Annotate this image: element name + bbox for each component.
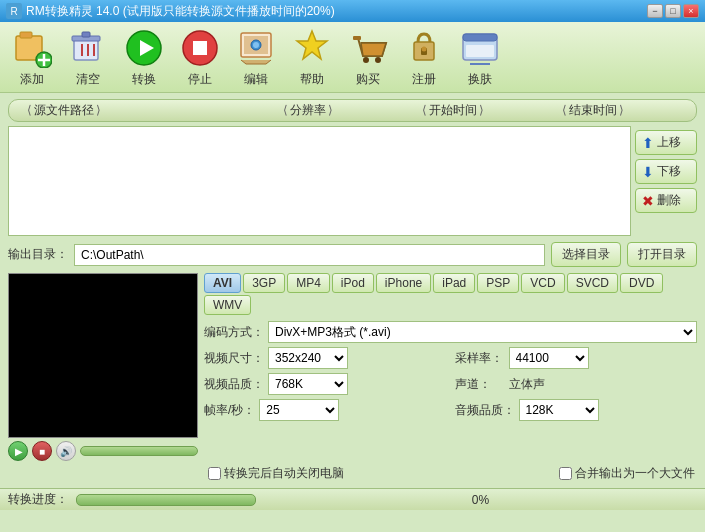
fps-label: 帧率/秒： <box>204 402 255 419</box>
tab-vcd[interactable]: VCD <box>521 273 564 293</box>
sample-rate-label: 采样率： <box>455 350 505 367</box>
toolbar-convert[interactable]: 转换 <box>120 26 168 88</box>
header-end-time: 结束时间 <box>550 102 690 119</box>
auto-close-label[interactable]: 转换完后自动关闭电脑 <box>208 465 344 482</box>
audio-quality-select[interactable]: 128K <box>519 399 599 421</box>
close-button[interactable]: × <box>683 4 699 18</box>
encoding-label: 编码方式： <box>204 324 264 341</box>
svg-point-20 <box>363 57 369 63</box>
toolbar-add-label: 添加 <box>20 71 44 88</box>
volume-icon: 🔊 <box>60 446 72 457</box>
channels-label: 声道： <box>455 376 505 393</box>
toolbar-add[interactable]: 添加 <box>8 26 56 88</box>
settings-grid: 视频尺寸： 352x240 采样率： 44100 视频品质： 768K <box>204 347 697 421</box>
audio-quality-label: 音频品质： <box>455 402 515 419</box>
move-down-icon: ⬇ <box>642 164 654 180</box>
move-up-icon: ⬆ <box>642 135 654 151</box>
add-icon <box>10 26 54 70</box>
move-down-button[interactable]: ⬇ 下移 <box>635 159 697 184</box>
tab-ipad[interactable]: iPad <box>433 273 475 293</box>
fps-row: 帧率/秒： 25 <box>204 399 447 421</box>
preview-container: ▶ ■ 🔊 <box>8 273 198 461</box>
help-icon <box>290 26 334 70</box>
stop-preview-button[interactable]: ■ <box>32 441 52 461</box>
output-path-input[interactable] <box>74 244 545 266</box>
audio-quality-row: 音频品质： 128K <box>455 399 698 421</box>
app-icon: R <box>6 3 22 19</box>
svg-rect-22 <box>353 36 361 40</box>
svg-rect-7 <box>82 32 90 37</box>
preview-panel <box>8 273 198 438</box>
video-size-row: 视频尺寸： 352x240 <box>204 347 447 369</box>
file-list-buttons: ⬆ 上移 ⬇ 下移 ✖ 删除 <box>635 126 697 236</box>
auto-close-checkbox[interactable] <box>208 467 221 480</box>
play-icon: ▶ <box>15 446 23 457</box>
delete-button[interactable]: ✖ 删除 <box>635 188 697 213</box>
move-up-button[interactable]: ⬆ 上移 <box>635 130 697 155</box>
video-quality-select[interactable]: 768K <box>268 373 348 395</box>
window-controls: − □ × <box>647 4 699 18</box>
video-quality-row: 视频品质： 768K <box>204 373 447 395</box>
toolbar-convert-label: 转换 <box>132 71 156 88</box>
convert-icon <box>122 26 166 70</box>
header-resolution: 分辨率 <box>271 102 411 119</box>
title-bar: R RM转换精灵 14.0 (试用版只能转换源文件播放时间的20%) − □ × <box>0 0 705 22</box>
tab-ipod[interactable]: iPod <box>332 273 374 293</box>
tab-psp[interactable]: PSP <box>477 273 519 293</box>
sample-rate-select[interactable]: 44100 <box>509 347 589 369</box>
stop-preview-icon: ■ <box>39 446 45 457</box>
toolbar-skin-label: 换肤 <box>468 71 492 88</box>
preview-controls: ▶ ■ 🔊 <box>8 441 198 461</box>
play-button[interactable]: ▶ <box>8 441 28 461</box>
merge-output-checkbox[interactable] <box>559 467 572 480</box>
toolbar-stop-label: 停止 <box>188 71 212 88</box>
toolbar-edit[interactable]: 编辑 <box>232 26 280 88</box>
channels-value: 立体声 <box>509 376 545 393</box>
toolbar-stop[interactable]: 停止 <box>176 26 224 88</box>
output-label: 输出目录： <box>8 246 68 263</box>
buy-icon <box>346 26 390 70</box>
video-size-select[interactable]: 352x240 <box>268 347 348 369</box>
fps-select[interactable]: 25 <box>259 399 339 421</box>
toolbar-skin[interactable]: 换肤 <box>456 26 504 88</box>
register-icon <box>402 26 446 70</box>
svg-rect-28 <box>466 45 494 57</box>
merge-output-label[interactable]: 合并输出为一个大文件 <box>559 465 695 482</box>
tab-3gp[interactable]: 3GP <box>243 273 285 293</box>
sample-rate-row: 采样率： 44100 <box>455 347 698 369</box>
main-content: 源文件路径 分辨率 开始时间 结束时间 ⬆ 上移 ⬇ 下移 ✖ 删除 输出目录：… <box>0 93 705 488</box>
tab-dvd[interactable]: DVD <box>620 273 663 293</box>
convert-progress-value: 0% <box>264 493 697 507</box>
tab-svcd[interactable]: SVCD <box>567 273 618 293</box>
tab-avi[interactable]: AVI <box>204 273 241 293</box>
toolbar-register-label: 注册 <box>412 71 436 88</box>
encoding-select[interactable]: DivX+MP3格式 (*.avi) <box>268 321 697 343</box>
minimize-button[interactable]: − <box>647 4 663 18</box>
toolbar-help[interactable]: 帮助 <box>288 26 336 88</box>
title-bar-text: RM转换精灵 14.0 (试用版只能转换源文件播放时间的20%) <box>26 3 647 20</box>
file-list[interactable] <box>8 126 631 236</box>
toolbar-clear[interactable]: 清空 <box>64 26 112 88</box>
open-dir-button[interactable]: 打开目录 <box>627 242 697 267</box>
svg-rect-14 <box>193 41 207 55</box>
select-dir-button[interactable]: 选择目录 <box>551 242 621 267</box>
toolbar-register[interactable]: 注册 <box>400 26 448 88</box>
tab-iphone[interactable]: iPhone <box>376 273 431 293</box>
settings-panel: AVI 3GP MP4 iPod iPhone iPad PSP VCD SVC… <box>204 273 697 461</box>
maximize-button[interactable]: □ <box>665 4 681 18</box>
lower-section: ▶ ■ 🔊 AVI 3GP MP4 iPod iPhone iPad <box>8 273 697 461</box>
toolbar-clear-label: 清空 <box>76 71 100 88</box>
toolbar-buy[interactable]: 购买 <box>344 26 392 88</box>
volume-button[interactable]: 🔊 <box>56 441 76 461</box>
toolbar: 添加 清空 转换 <box>0 22 705 93</box>
convert-progress-label: 转换进度： <box>8 491 68 508</box>
format-tabs: AVI 3GP MP4 iPod iPhone iPad PSP VCD SVC… <box>204 273 697 315</box>
tab-mp4[interactable]: MP4 <box>287 273 330 293</box>
svg-point-25 <box>422 47 427 52</box>
header-start-time: 开始时间 <box>410 102 550 119</box>
toolbar-help-label: 帮助 <box>300 71 324 88</box>
svg-point-21 <box>375 57 381 63</box>
status-bar: 转换进度： 0% <box>0 488 705 510</box>
skin-icon <box>458 26 502 70</box>
tab-wmv[interactable]: WMV <box>204 295 251 315</box>
